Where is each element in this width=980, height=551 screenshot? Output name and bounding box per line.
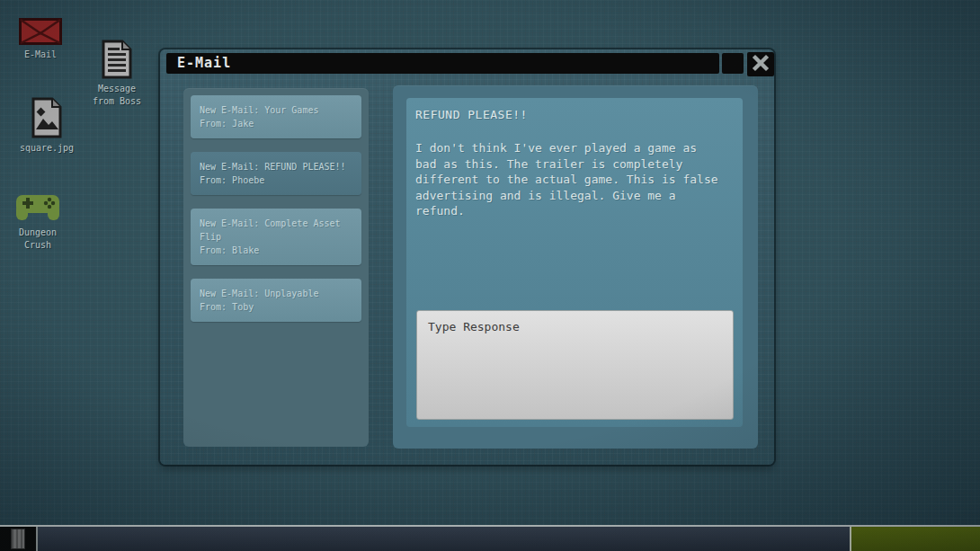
email-list-panel: New E-Mail: Your Games From: Jake New E-… bbox=[183, 88, 369, 447]
email-subject: New E-Mail: Your Games bbox=[200, 103, 354, 117]
response-input[interactable] bbox=[416, 310, 734, 420]
email-subject: New E-Mail: Complete Asset Flip bbox=[200, 217, 354, 244]
image-file-icon bbox=[31, 97, 63, 138]
email-subject: New E-Mail: REFUND PLEASE!! bbox=[200, 160, 354, 173]
envelope-icon bbox=[19, 18, 62, 45]
email-list-item-jake[interactable]: New E-Mail: Your Games From: Jake bbox=[191, 95, 361, 138]
email-sender: From: Toby bbox=[200, 300, 354, 314]
email-view-body: I don't think I've ever played a game as… bbox=[415, 140, 723, 219]
email-view-subject: REFUND PLEASE!! bbox=[415, 108, 723, 121]
email-window: E-Mail New E-Mail: Your Games From: Jake… bbox=[160, 49, 774, 465]
screen: E-Mail Message from Boss square bbox=[0, 0, 980, 551]
email-subject: New E-Mail: Unplayable bbox=[200, 287, 354, 300]
desktop-icon-label: square.jpg bbox=[20, 142, 74, 155]
email-view-panel: REFUND PLEASE!! I don't think I've ever … bbox=[393, 85, 758, 449]
desktop-icon-label: Message from Boss bbox=[90, 83, 144, 108]
window-title: E-Mail bbox=[177, 55, 231, 71]
close-x-icon bbox=[752, 54, 770, 76]
email-list-item-phoebe[interactable]: New E-Mail: REFUND PLEASE!! From: Phoebe bbox=[191, 152, 361, 195]
document-icon bbox=[101, 40, 133, 79]
desktop-icon-email[interactable]: E-Mail bbox=[9, 18, 72, 61]
email-sender: From: Jake bbox=[200, 117, 354, 130]
email-view: REFUND PLEASE!! I don't think I've ever … bbox=[406, 98, 743, 427]
email-sender: From: Blake bbox=[200, 244, 354, 257]
email-sender: From: Phoebe bbox=[200, 173, 354, 187]
taskbar bbox=[0, 525, 980, 551]
close-button[interactable] bbox=[747, 52, 774, 76]
minimize-button[interactable] bbox=[722, 53, 744, 74]
window-titlebar[interactable]: E-Mail bbox=[166, 53, 719, 74]
email-list-item-blake[interactable]: New E-Mail: Complete Asset Flip From: Bl… bbox=[191, 209, 361, 265]
desktop-icon-message-from-boss[interactable]: Message from Boss bbox=[90, 40, 144, 108]
desktop-icon-dungeon-crush[interactable]: Dungeon Crush bbox=[7, 191, 68, 252]
taskbar-accent-segment bbox=[850, 527, 980, 551]
taskbar-menu-box bbox=[0, 527, 38, 551]
gamepad-icon bbox=[13, 191, 63, 223]
desktop-icon-label: E-Mail bbox=[24, 49, 57, 61]
desktop-icon-label: Dungeon Crush bbox=[7, 227, 68, 252]
email-list-item-toby[interactable]: New E-Mail: Unplayable From: Toby bbox=[191, 279, 361, 322]
desktop-icon-square-jpg[interactable]: square.jpg bbox=[13, 97, 81, 155]
menu-icon[interactable] bbox=[11, 529, 25, 549]
